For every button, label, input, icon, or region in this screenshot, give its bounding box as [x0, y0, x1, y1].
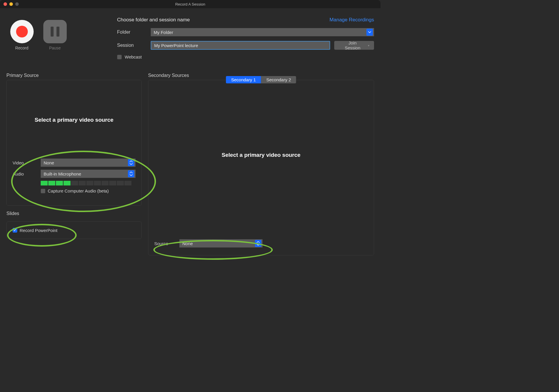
level-cell [79, 181, 86, 185]
audio-select-value: Built-in Microphone [44, 171, 81, 176]
level-cell [124, 181, 131, 185]
record-label: Record [15, 46, 28, 50]
session-label: Session [117, 43, 151, 48]
chevron-down-icon: ▾ [368, 44, 369, 47]
secondary-source-panel: Secondary 1 Secondary 2 Select a primary… [148, 80, 374, 255]
secondary-source-value: None [182, 241, 193, 246]
webcast-checkbox[interactable] [117, 55, 122, 59]
updown-icon [128, 170, 134, 177]
level-cell [71, 181, 78, 185]
chevron-down-icon [366, 29, 373, 36]
level-cell [94, 181, 101, 185]
folder-select[interactable]: My Folder [151, 28, 374, 36]
audio-level-meter [41, 181, 136, 185]
capture-computer-audio-label: Capture Computer Audio (beta) [48, 188, 109, 193]
updown-icon [255, 240, 261, 247]
join-session-label: Join Session [340, 40, 365, 50]
window-title: Record A Session [3, 2, 378, 6]
record-powerpoint-label: Record PowerPoint [20, 228, 57, 233]
record-powerpoint-checkbox[interactable] [13, 228, 17, 233]
level-cell [64, 181, 71, 185]
close-icon[interactable] [4, 2, 7, 6]
record-icon [16, 26, 28, 37]
primary-source-title: Primary Source [6, 73, 142, 78]
pause-icon [56, 27, 59, 37]
secondary-placeholder: Select a primary video source [148, 152, 374, 158]
primary-placeholder: Select a primary video source [7, 117, 141, 123]
capture-computer-audio-checkbox[interactable] [41, 189, 45, 193]
level-cell [109, 181, 116, 185]
audio-label: Audio [13, 171, 41, 176]
slides-title: Slides [6, 211, 142, 216]
pause-button [43, 20, 67, 43]
tab-secondary-1[interactable]: Secondary 1 [226, 76, 261, 83]
level-cell [117, 181, 124, 185]
video-select-value: None [44, 160, 54, 165]
pause-label: Pause [49, 46, 61, 50]
record-button[interactable] [10, 20, 34, 43]
join-session-button[interactable]: Join Session ▾ [334, 41, 374, 50]
manage-recordings-link[interactable]: Manage Recordings [330, 17, 374, 23]
tab-secondary-2[interactable]: Secondary 2 [261, 76, 296, 83]
video-select[interactable]: None [41, 159, 136, 167]
maximize-icon [15, 2, 19, 6]
primary-source-panel: Select a primary video source Video None [6, 80, 142, 206]
record-session-window: Record A Session Record Pause [0, 0, 380, 266]
level-cell [41, 181, 48, 185]
level-cell [56, 181, 63, 185]
slides-panel: Record PowerPoint [6, 221, 142, 239]
webcast-label: Webcast [125, 54, 142, 59]
updown-icon [128, 159, 134, 166]
minimize-icon[interactable] [9, 2, 13, 6]
level-cell [86, 181, 93, 185]
secondary-source-label: Source [154, 241, 179, 246]
level-cell [48, 181, 55, 185]
video-label: Video [13, 160, 41, 165]
folder-select-value: My Folder [154, 30, 173, 35]
secondary-source-select[interactable]: None [179, 239, 263, 247]
session-name-input[interactable] [151, 41, 330, 50]
secondary-tabs: Secondary 1 Secondary 2 [226, 76, 296, 83]
window-controls [4, 2, 19, 6]
pause-icon [51, 27, 54, 37]
titlebar: Record A Session [0, 0, 380, 8]
form-heading: Choose folder and session name [117, 17, 190, 23]
folder-label: Folder [117, 30, 151, 35]
level-cell [102, 181, 109, 185]
audio-select[interactable]: Built-in Microphone [41, 170, 136, 178]
